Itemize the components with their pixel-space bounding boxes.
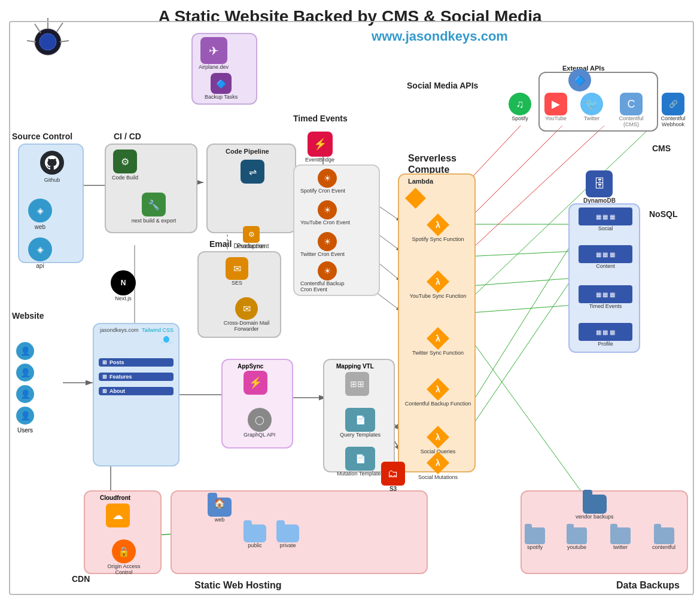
code-pipeline-box: Code Pipeline ⇌ ⚙ Development ⚙ Producti… <box>206 144 296 233</box>
private-folder-node: private <box>276 524 299 548</box>
query-templates-node: 📄 Query Templates <box>333 408 387 438</box>
codebuild-node: ⚙ Code Build <box>112 150 138 181</box>
cloudfront-icon: ☁ <box>106 504 130 527</box>
users-group: 👤 👤 👤 👤 Users <box>15 341 35 434</box>
mutation-templates-node: 📄 Mutation Templates <box>333 447 387 477</box>
contentful-cron-label: Contentful Backup Cron Event <box>297 280 357 292</box>
vtl-icon: ⊞⊞ <box>345 372 369 396</box>
social-queries-icon: λ <box>427 426 449 449</box>
codebuild-icon: ⚙ <box>113 150 137 173</box>
spotify-api-label: Spotify <box>512 115 528 121</box>
mail-forwarder-node: ✉ Cross-Domain Mail Forwarder <box>214 297 279 332</box>
social-table-label: Social <box>598 225 613 231</box>
section-cdn: CDN <box>72 574 90 584</box>
vendor-backups-node: vendor backups <box>576 495 614 520</box>
mail-forwarder-icon: ✉ <box>235 297 258 320</box>
code-pipeline-title: Code Pipeline <box>226 148 269 155</box>
web-folder-label: web <box>215 517 225 523</box>
ses-node: ✉ SES <box>226 257 248 286</box>
spotify-api-node: ♫ Spotify <box>509 93 531 121</box>
social-mutations-node: λ Social Mutations <box>402 451 474 480</box>
ses-label: SES <box>232 280 242 286</box>
section-nosql: NoSQL <box>649 209 677 219</box>
origin-access-label: Origin Access Control <box>100 563 148 575</box>
nextbuild-node: 🔧 next build & export <box>115 193 193 224</box>
spotify-func-node: λ Spotify Sync Function <box>402 213 474 242</box>
data-backups-box: vendor backups spotify youtube twitter c… <box>521 490 688 574</box>
contentful-backup-node: contentful <box>652 527 675 550</box>
eventbridge-icon: ⚡ <box>308 132 333 157</box>
profile-table-icon: ▦ ▦ ▦ <box>579 323 632 341</box>
s3-icon: 🗂 <box>381 462 405 486</box>
youtube-func-node: λ YouTube Sync Function <box>402 270 474 299</box>
twitter-backup-label: twitter <box>613 544 628 550</box>
features-page: ⊞ Features <box>99 373 174 381</box>
prod-icon: ⚙ <box>243 226 260 243</box>
external-api-icon-node: 🔷 <box>568 69 591 91</box>
youtube-backup-icon <box>567 527 587 544</box>
users-label: Users <box>15 427 35 434</box>
section-cicd: CI / CD <box>114 132 141 141</box>
contentful-cron-icon: ☀ <box>318 261 337 280</box>
private-folder-icon <box>276 524 299 542</box>
external-api-icon: 🔷 <box>568 69 591 91</box>
api-repo-icon: ◈ <box>28 237 52 261</box>
appsync-icon: ⚡ <box>244 371 267 395</box>
public-folder-icon <box>244 524 266 542</box>
spotify-icon: ♫ <box>509 93 531 115</box>
twitter-backup-node: twitter <box>610 527 631 550</box>
appsync-icon-node: ⚡ <box>244 371 267 395</box>
query-templates-icon: 📄 <box>345 408 375 432</box>
airplane-icon: ✈ <box>200 37 227 64</box>
youtube-func-label: YouTube Sync Function <box>410 293 467 299</box>
twitter-cron-icon: ☀ <box>318 232 337 251</box>
contentful-backup-label: contentful <box>652 544 675 550</box>
vendor-backups-icon <box>583 495 607 514</box>
backup-tasks-label: Backup Tasks <box>205 94 238 100</box>
site-url: jasondkeys.com <box>100 327 139 333</box>
features-label: Features <box>109 374 132 380</box>
s3-node: 🗂 S3 <box>381 462 405 492</box>
section-website: Website <box>12 311 44 321</box>
svg-point-1 <box>39 33 56 50</box>
api-repo-label: api <box>36 263 44 269</box>
tailwind-icon <box>159 335 174 352</box>
youtube-cron-label: YouTube Cron Event <box>297 219 357 225</box>
contentful-webhook-label: Contentful Webhook <box>655 115 691 127</box>
spotify-cron-label: Spotify Cron Event <box>297 188 357 194</box>
api-repo-node: ◈ api <box>28 237 52 269</box>
nextbuild-label: next build & export <box>132 218 176 224</box>
about-label: About <box>109 388 125 394</box>
mail-forwarder-label: Cross-Domain Mail Forwarder <box>214 320 279 332</box>
social-table-icon: ▦ ▦ ▦ <box>579 208 632 225</box>
nextjs-node: N Next.js <box>111 270 136 301</box>
eventbridge-label: EventBridge <box>305 157 334 163</box>
dynamodb-node: 🗄 DynamoDB <box>583 170 616 204</box>
graphql-label: GraphQL API <box>244 432 275 438</box>
twitter-cron-node: ☀ Twitter Cron Event <box>297 232 357 257</box>
youtube-cron-node: ☀ YouTube Cron Event <box>297 200 357 225</box>
user-icon-3: 👤 <box>16 385 34 403</box>
mutation-templates-label: Mutation Templates <box>337 471 384 477</box>
vendor-backups-label: vendor backups <box>576 514 614 520</box>
origin-access-node: 🔒 Origin Access Control <box>100 539 148 575</box>
cloudfront-box: Cloudfront ☁ 🔒 Origin Access Control <box>84 490 162 574</box>
social-mutations-label: Social Mutations <box>418 474 458 480</box>
page-title: A Static Website Backed by CMS & Social … <box>0 7 700 26</box>
profile-table-node: ▦ ▦ ▦ Profile <box>573 323 638 347</box>
contentful-cron-node: ☀ Contentful Backup Cron Event <box>297 261 357 292</box>
social-queries-node: λ Social Queries <box>402 426 474 454</box>
appsync-box: AppSync ⚡ ◯ GraphQL API <box>221 359 293 449</box>
twitter-backup-icon <box>610 527 631 544</box>
github-node: Github <box>40 151 64 183</box>
vtl-icon-node: ⊞⊞ <box>345 372 369 396</box>
web-folder-node: 🏠 web <box>208 498 232 523</box>
posts-label: Posts <box>109 359 124 365</box>
timed-events-table-node: ▦ ▦ ▦ Timed Events <box>573 285 638 309</box>
contentful-webhook-node: 🔗 Contentful Webhook <box>655 93 691 127</box>
spotify-func-label: Spotify Sync Function <box>412 236 464 242</box>
spotify-backup-label: spotify <box>527 544 543 550</box>
lambda-title: Lambda <box>408 178 433 185</box>
section-social-apis: Social Media APIs <box>407 81 478 90</box>
profile-table-label: Profile <box>598 341 613 347</box>
